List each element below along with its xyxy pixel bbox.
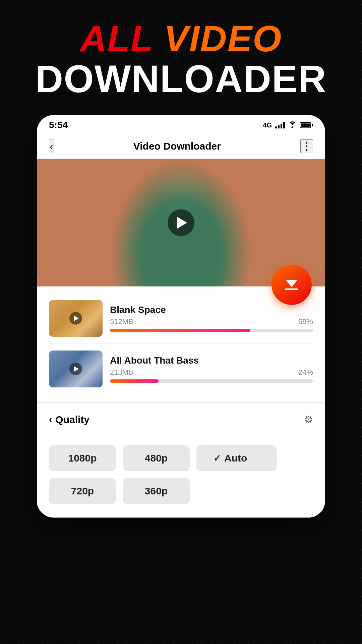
- quality-btn-auto[interactable]: ✓ Auto: [196, 445, 277, 471]
- app-title-line2: DOWNLOADER: [13, 60, 349, 98]
- app-navbar: ‹ Video Downloader ⋮: [37, 134, 325, 159]
- thumb-play-button-2[interactable]: [69, 363, 82, 375]
- thumb-play-triangle-2: [74, 366, 79, 372]
- thumb-bg-warm: [49, 300, 103, 337]
- quality-options: 1080p 480p ✓ Auto 720p 360p: [37, 435, 325, 518]
- item-percent-2: 24%: [298, 368, 313, 377]
- status-bar: 5:54 4G: [37, 115, 325, 134]
- item-size-2: 213MB: [110, 368, 133, 377]
- item-title-2: All About That Bass: [110, 355, 313, 366]
- item-info-1: Blank Space 512MB 69%: [110, 305, 313, 332]
- quality-settings-icon[interactable]: ⚙: [304, 414, 313, 425]
- progress-track-1: [110, 329, 313, 332]
- thumb-bg-cool: [49, 351, 103, 387]
- app-title-line1: ALL VIDEO: [13, 20, 349, 57]
- battery-icon: [300, 122, 313, 128]
- title-video: VIDEO: [164, 18, 282, 59]
- signal-bars-icon: [275, 122, 285, 128]
- item-meta-1: 512MB 69%: [110, 317, 313, 326]
- download-arrow-icon: [286, 280, 298, 287]
- progress-fill-2: [110, 379, 159, 383]
- item-thumbnail-2: [49, 351, 103, 387]
- nav-more-button[interactable]: ⋮: [300, 139, 313, 153]
- video-play-button[interactable]: [168, 209, 194, 236]
- nav-back-button[interactable]: ‹: [49, 140, 54, 153]
- play-triangle-icon: [177, 217, 187, 229]
- thumb-play-triangle-1: [74, 316, 79, 321]
- download-list: Blank Space 512MB 69%: [37, 286, 325, 401]
- quality-btn-360p[interactable]: 360p: [123, 478, 190, 504]
- video-section-wrapper: [37, 159, 325, 286]
- nav-title: Video Downloader: [133, 141, 221, 152]
- download-item-2: All About That Bass 213MB 24%: [49, 344, 313, 394]
- signal-4g-icon: 4G: [263, 121, 272, 129]
- download-fab-button[interactable]: [272, 265, 312, 305]
- quality-label: Quality: [55, 414, 89, 425]
- page-wrapper: ALL VIDEO DOWNLOADER 5:54 4G: [0, 0, 362, 644]
- auto-label: Auto: [224, 452, 247, 464]
- item-title-1: Blank Space: [110, 305, 313, 315]
- download-bar-icon: [285, 288, 298, 290]
- auto-check-icon: ✓: [213, 453, 221, 464]
- quality-back-arrow-icon: ‹: [49, 414, 52, 425]
- download-item: Blank Space 512MB 69%: [49, 293, 313, 344]
- title-all: ALL: [80, 18, 164, 59]
- quality-section: ‹ Quality ⚙ 1080p 480p ✓ Auto 720p 360p: [37, 401, 325, 518]
- quality-btn-1080p[interactable]: 1080p: [49, 445, 116, 471]
- item-meta-2: 213MB 24%: [110, 368, 313, 377]
- quality-btn-480p[interactable]: 480p: [123, 445, 190, 471]
- item-percent-1: 69%: [298, 317, 313, 326]
- quality-btn-720p[interactable]: 720p: [49, 478, 116, 504]
- quality-back-button[interactable]: ‹ Quality: [49, 414, 89, 425]
- status-time: 5:54: [49, 120, 68, 130]
- item-thumbnail-1: [49, 300, 103, 337]
- app-title-area: ALL VIDEO DOWNLOADER: [0, 0, 362, 108]
- progress-track-2: [110, 379, 313, 383]
- phone-mockup: 5:54 4G: [37, 115, 325, 518]
- thumb-play-button-1[interactable]: [69, 312, 82, 325]
- item-size-1: 512MB: [110, 317, 133, 326]
- item-info-2: All About That Bass 213MB 24%: [110, 355, 313, 383]
- progress-fill-1: [110, 329, 250, 332]
- status-icons: 4G: [263, 121, 313, 129]
- quality-header: ‹ Quality ⚙: [37, 404, 325, 435]
- wifi-icon: [288, 122, 296, 128]
